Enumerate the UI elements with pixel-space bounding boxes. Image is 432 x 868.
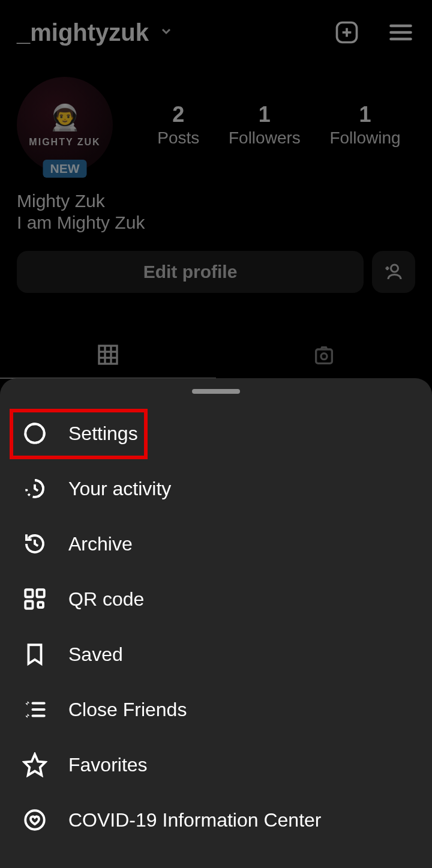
profile-header: _mightyzuk <box>0 0 432 65</box>
tab-grid[interactable] <box>0 332 216 379</box>
menu-label: Settings <box>68 423 138 445</box>
heart-icon <box>22 807 48 833</box>
menu-label: QR code <box>68 588 144 610</box>
profile-section: 👨‍🚀 MIGHTY ZUK NEW 2 Posts 1 Followers 1… <box>0 65 432 299</box>
menu-item-archive[interactable]: Archive <box>0 516 432 571</box>
menu-label: Close Friends <box>68 699 187 721</box>
menu-item-close-friends[interactable]: Close Friends <box>0 682 432 737</box>
stat-count: 1 <box>329 102 400 127</box>
stat-label: Following <box>329 128 400 148</box>
svg-rect-20 <box>25 601 32 609</box>
username-label[interactable]: _mightyzuk <box>17 19 149 46</box>
svg-marker-27 <box>25 755 46 776</box>
star-icon <box>22 752 48 778</box>
display-name: Mighty Zuk <box>17 191 415 211</box>
options-sheet: Settings Your activity Archive QR code S… <box>0 378 432 868</box>
svg-rect-18 <box>25 589 32 597</box>
profile-tabs <box>0 332 432 379</box>
stats-row: 2 Posts 1 Followers 1 Following <box>143 102 415 148</box>
sheet-handle[interactable] <box>192 389 240 394</box>
svg-marker-23 <box>25 714 29 718</box>
stat-posts[interactable]: 2 Posts <box>157 102 199 148</box>
svg-rect-14 <box>316 349 332 363</box>
svg-rect-9 <box>99 346 117 364</box>
edit-profile-button[interactable]: Edit profile <box>17 251 364 293</box>
menu-item-covid-info[interactable]: COVID-19 Information Center <box>0 792 432 848</box>
svg-marker-22 <box>25 701 29 705</box>
hamburger-menu-button[interactable] <box>386 18 415 47</box>
close-friends-icon <box>22 696 48 723</box>
svg-rect-21 <box>38 602 43 607</box>
menu-item-favorites[interactable]: Favorites <box>0 737 432 792</box>
stat-followers[interactable]: 1 Followers <box>229 102 301 148</box>
saved-icon <box>22 641 48 668</box>
archive-icon <box>22 531 48 557</box>
qr-code-icon <box>22 586 48 612</box>
menu-item-settings[interactable]: Settings <box>0 406 432 461</box>
menu-label: Your activity <box>68 478 171 500</box>
discover-people-button[interactable] <box>372 251 415 293</box>
menu-label: Saved <box>68 643 123 666</box>
avatar-text: MIGHTY ZUK <box>29 137 100 148</box>
settings-icon <box>22 420 48 447</box>
menu-item-your-activity[interactable]: Your activity <box>0 461 432 516</box>
chevron-down-icon[interactable] <box>156 24 173 41</box>
avatar[interactable]: 👨‍🚀 MIGHTY ZUK NEW <box>17 77 113 173</box>
svg-rect-19 <box>37 589 44 597</box>
stat-count: 2 <box>157 102 199 127</box>
svg-point-28 <box>25 810 44 830</box>
bio: I am Mighty Zuk <box>17 212 415 233</box>
stat-label: Followers <box>229 128 301 148</box>
stat-following[interactable]: 1 Following <box>329 102 400 148</box>
create-button[interactable] <box>332 18 361 47</box>
tab-tagged[interactable] <box>216 332 432 379</box>
svg-point-6 <box>391 265 398 272</box>
menu-label: Favorites <box>68 754 148 776</box>
menu-item-saved[interactable]: Saved <box>0 627 432 682</box>
new-badge: NEW <box>43 160 87 178</box>
svg-point-15 <box>321 354 327 360</box>
stat-count: 1 <box>229 102 301 127</box>
menu-item-qr-code[interactable]: QR code <box>0 571 432 627</box>
menu-label: COVID-19 Information Center <box>68 809 322 831</box>
activity-icon <box>22 475 48 502</box>
menu-label: Archive <box>68 533 133 555</box>
stat-label: Posts <box>157 128 199 148</box>
